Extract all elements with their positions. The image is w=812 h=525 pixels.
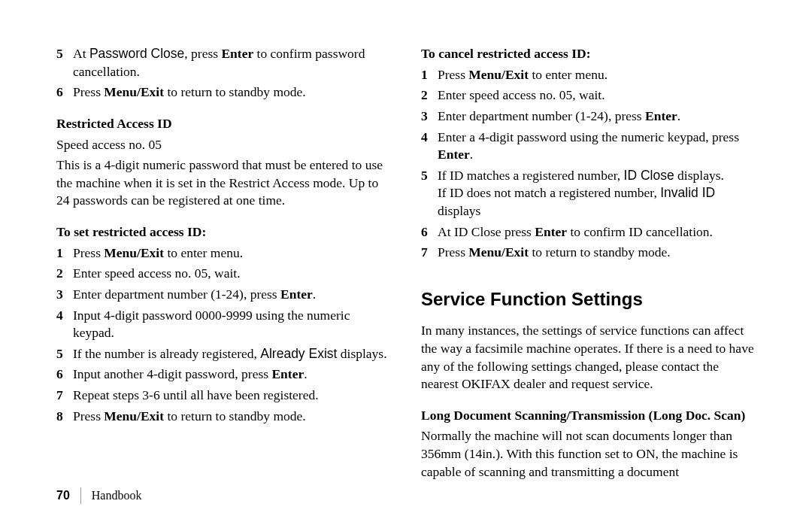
service-function-heading: Service Function Settings — [421, 287, 756, 311]
list-body: Press Menu/Exit to return to standby mod… — [73, 83, 391, 102]
list-number: 5 — [56, 45, 73, 80]
speed-access-line: Speed access no. 05 — [56, 136, 391, 154]
list-number: 5 — [56, 345, 73, 363]
long-doc-heading: Long Document Scanning/Transmission (Lon… — [421, 407, 756, 425]
list-number: 3 — [56, 286, 73, 304]
list-number: 6 — [421, 223, 438, 241]
list-body: Input 4-digit password 0000-9999 using t… — [73, 307, 391, 342]
list-body: Input another 4-digit password, press En… — [73, 366, 391, 384]
list-item: 4Input 4-digit password 0000-9999 using … — [56, 307, 391, 342]
list-item: 1Press Menu/Exit to enter menu. — [421, 66, 756, 84]
list-body: Enter a 4-digit password using the numer… — [438, 129, 756, 164]
list-number: 8 — [56, 408, 73, 426]
left-column: 5At Password Close, press Enter to confi… — [56, 45, 391, 484]
list-item: 8Press Menu/Exit to return to standby mo… — [56, 408, 391, 426]
footer-divider — [80, 487, 81, 504]
list-item: 2Enter speed access no. 05, wait. — [421, 86, 756, 105]
list-item: 1Press Menu/Exit to enter menu. — [56, 244, 391, 262]
set-restricted-heading: To set restricted access ID: — [56, 223, 391, 241]
list-item: 3Enter department number (1-24), press E… — [421, 108, 756, 126]
list-item: 2Enter speed access no. 05, wait. — [56, 265, 391, 283]
list-item: 7Press Menu/Exit to return to standby mo… — [421, 244, 756, 262]
page-footer: 70 Handbook — [56, 487, 141, 504]
list-body: Press Menu/Exit to enter menu. — [438, 66, 756, 84]
restricted-access-desc: This is a 4-digit numeric password that … — [56, 156, 391, 210]
list-body: Press Menu/Exit to enter menu. — [73, 244, 391, 262]
list-body: Enter department number (1-24), press En… — [73, 286, 391, 304]
list-number: 1 — [421, 66, 438, 84]
list-item: 4Enter a 4-digit password using the nume… — [421, 129, 756, 164]
list-body: At ID Close press Enter to confirm ID ca… — [438, 223, 756, 241]
list-item: 5If the number is already registered, Al… — [56, 345, 391, 363]
list-number: 5 — [421, 167, 438, 220]
list-number: 2 — [421, 86, 438, 105]
list-number: 4 — [421, 129, 438, 164]
long-doc-para: Normally the machine will not scan docum… — [421, 427, 756, 481]
right-column: To cancel restricted access ID: 1Press M… — [421, 45, 756, 484]
service-function-para: In many instances, the settings of servi… — [421, 322, 756, 393]
footer-label: Handbook — [92, 489, 142, 502]
list-item: 7Repeat steps 3-6 until all have been re… — [56, 387, 391, 405]
list-number: 7 — [421, 244, 438, 262]
list-item: 5 If ID matches a registered number, ID … — [421, 167, 756, 220]
list-number: 7 — [56, 387, 73, 405]
restricted-access-heading: Restricted Access ID — [56, 115, 391, 133]
list-body: Press Menu/Exit to return to standby mod… — [438, 244, 756, 262]
page-content: 5At Password Close, press Enter to confi… — [0, 0, 812, 484]
list-number: 4 — [56, 307, 73, 342]
list-item: 6Press Menu/Exit to return to standby mo… — [56, 83, 391, 102]
list-body: Enter speed access no. 05, wait. — [73, 265, 391, 283]
cancel-restricted-heading: To cancel restricted access ID: — [421, 45, 756, 63]
list-item: 3Enter department number (1-24), press E… — [56, 286, 391, 304]
list-body: Enter speed access no. 05, wait. — [438, 86, 756, 105]
list-item: 5At Password Close, press Enter to confi… — [56, 45, 391, 80]
list-number: 6 — [56, 366, 73, 384]
list-number: 1 — [56, 244, 73, 262]
list-number: 3 — [421, 108, 438, 126]
list-body: Enter department number (1-24), press En… — [438, 108, 756, 126]
list-item: 6Input another 4-digit password, press E… — [56, 366, 391, 384]
page-number: 70 — [56, 489, 70, 502]
list-number: 6 — [56, 83, 73, 102]
list-body: Press Menu/Exit to return to standby mod… — [73, 408, 391, 426]
list-body: If the number is already registered, Alr… — [73, 345, 391, 363]
list-body: If ID matches a registered number, ID Cl… — [438, 167, 756, 220]
list-number: 2 — [56, 265, 73, 283]
list-body: Repeat steps 3-6 until all have been reg… — [73, 387, 391, 405]
list-item: 6At ID Close press Enter to confirm ID c… — [421, 223, 756, 241]
list-body: At Password Close, press Enter to confir… — [73, 45, 391, 80]
